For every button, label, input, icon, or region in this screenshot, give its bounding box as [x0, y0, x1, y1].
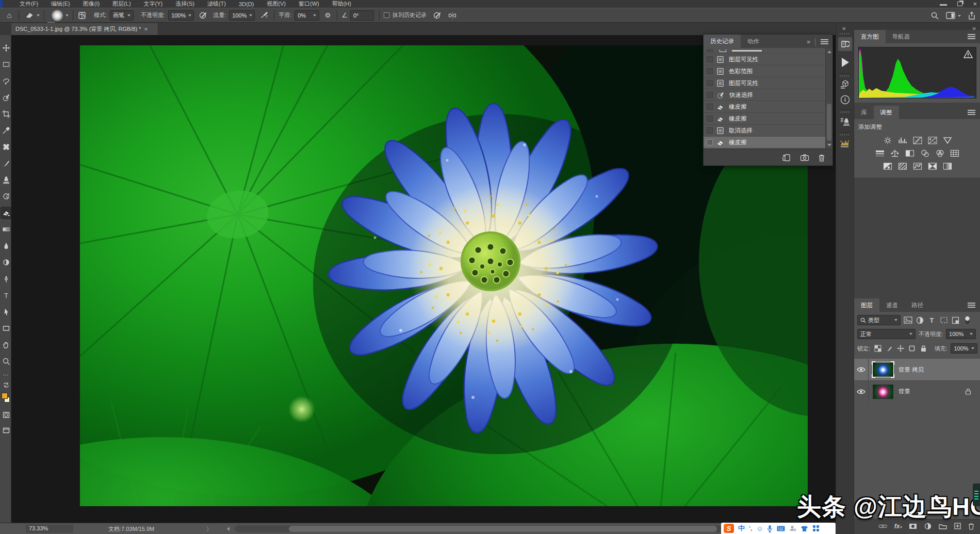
- sogou-keyboard-icon[interactable]: [777, 526, 785, 531]
- new-doc-from-state-icon[interactable]: [782, 154, 791, 162]
- history-panel-icon[interactable]: [838, 37, 852, 51]
- menu-item-help[interactable]: 帮助(H): [332, 0, 351, 8]
- blend-mode-select[interactable]: 正常: [857, 329, 916, 339]
- marquee-tool[interactable]: [1, 59, 11, 70]
- tab-channels[interactable]: 通道: [879, 298, 905, 312]
- sogou-mode-chinese[interactable]: 中: [738, 524, 745, 533]
- scrollbar-thumb[interactable]: [827, 104, 831, 141]
- filter-toggle-switch[interactable]: [963, 316, 972, 325]
- gradient-map-icon[interactable]: [927, 162, 938, 171]
- history-item[interactable]: 图层可见性: [704, 54, 825, 65]
- shape-tool[interactable]: [1, 323, 11, 334]
- layer-row-selected[interactable]: 背景 拷贝: [854, 359, 980, 380]
- history-item-selected[interactable]: 橡皮擦: [704, 137, 825, 148]
- history-item[interactable]: 取消选择: [704, 125, 825, 137]
- filter-pixel-layers-icon[interactable]: [904, 316, 912, 325]
- sogou-skin-icon[interactable]: [801, 525, 808, 532]
- tab-history[interactable]: 历史记录: [704, 35, 741, 48]
- workspace-switcher[interactable]: [946, 12, 961, 20]
- history-item[interactable]: 图层可见性: [704, 77, 825, 89]
- menu-item-window[interactable]: 窗口(W): [299, 0, 319, 8]
- add-adjustment-layer-icon[interactable]: [924, 523, 932, 530]
- layer-style-fx-icon[interactable]: fx▾: [894, 523, 902, 530]
- layers-menu-icon[interactable]: [968, 303, 975, 308]
- home-icon[interactable]: ⌂: [4, 10, 14, 21]
- lasso-tool[interactable]: [1, 75, 11, 87]
- add-mask-icon[interactable]: [909, 523, 917, 529]
- opacity-pressure-icon[interactable]: [199, 11, 208, 20]
- threshold-icon[interactable]: [912, 162, 923, 171]
- quick-selection-tool[interactable]: [1, 92, 11, 103]
- pen-tool[interactable]: [1, 273, 11, 285]
- layer-thumbnail[interactable]: [873, 362, 893, 377]
- hue-saturation-icon[interactable]: [874, 149, 886, 158]
- layer-filter-select[interactable]: 类型: [857, 315, 901, 325]
- eyedropper-tool[interactable]: [1, 125, 11, 136]
- lock-all-icon[interactable]: [920, 344, 927, 353]
- lock-pixels-icon[interactable]: [885, 344, 893, 353]
- sogou-logo[interactable]: S: [724, 524, 734, 533]
- filter-smart-objects-icon[interactable]: [951, 316, 960, 325]
- layer-thumbnail[interactable]: [873, 385, 893, 399]
- layer-row[interactable]: 背景: [854, 380, 980, 402]
- h-scrollbar-thumb[interactable]: [289, 526, 717, 532]
- eraser-tool[interactable]: [1, 207, 11, 219]
- curves-icon[interactable]: [912, 136, 923, 145]
- brightness-contrast-icon[interactable]: [882, 136, 893, 145]
- history-source-checkbox[interactable]: [707, 139, 713, 145]
- status-chevron-icon[interactable]: 〉: [206, 525, 212, 533]
- lock-artboard-icon[interactable]: [908, 344, 916, 353]
- lock-position-icon[interactable]: [897, 344, 905, 353]
- history-source-checkbox[interactable]: [707, 80, 713, 86]
- tab-adjustments[interactable]: 调整: [874, 106, 899, 119]
- restore-button[interactable]: [957, 2, 962, 6]
- history-source-checkbox[interactable]: [707, 56, 713, 62]
- history-source-checkbox[interactable]: [707, 92, 713, 98]
- flow-field[interactable]: 100%: [229, 10, 255, 21]
- photo-filter-icon[interactable]: [919, 149, 930, 158]
- channel-mixer-icon[interactable]: [934, 149, 945, 158]
- history-item[interactable]: 橡皮擦: [704, 101, 825, 113]
- tab-histogram[interactable]: 直方图: [854, 30, 886, 43]
- search-icon[interactable]: [930, 11, 939, 20]
- gradient-tool[interactable]: [1, 224, 11, 235]
- angle-field[interactable]: 0°: [350, 10, 374, 21]
- document-tab-close-icon[interactable]: ×: [144, 26, 148, 33]
- filter-type-layers-icon[interactable]: T: [927, 316, 936, 325]
- new-group-folder-icon[interactable]: [939, 523, 947, 529]
- quick-mask-icon[interactable]: [1, 409, 11, 421]
- libraries-panel-icon[interactable]: [839, 138, 851, 150]
- posterize-icon[interactable]: [897, 162, 908, 171]
- crop-tool[interactable]: [1, 108, 11, 120]
- filter-shape-layers-icon[interactable]: [939, 316, 948, 325]
- tool-preset-caret[interactable]: [37, 14, 40, 16]
- canvas-image[interactable]: [80, 45, 808, 506]
- lock-transparency-icon[interactable]: [874, 344, 881, 353]
- history-source-checkbox[interactable]: [707, 104, 713, 110]
- close-button[interactable]: ×: [973, 0, 977, 8]
- sogou-toolbox-icon[interactable]: [812, 525, 820, 532]
- healing-brush-tool[interactable]: [1, 141, 11, 153]
- sogou-mic-icon[interactable]: [767, 525, 773, 532]
- tray-indicator-icon[interactable]: [973, 483, 980, 506]
- vibrance-icon[interactable]: [942, 136, 953, 145]
- history-source-checkbox[interactable]: [707, 127, 713, 134]
- sogou-account-icon[interactable]: [789, 525, 796, 532]
- history-scrollbar[interactable]: [825, 48, 832, 149]
- history-item-partial[interactable]: [704, 48, 825, 54]
- smooth-field[interactable]: 0%: [295, 10, 319, 21]
- dodge-tool[interactable]: [1, 257, 11, 268]
- menu-item-file[interactable]: 文件(F): [20, 0, 38, 8]
- symmetry-icon[interactable]: [447, 11, 458, 20]
- layer-visibility-eye-icon[interactable]: [854, 359, 869, 380]
- clone-stamp-tool[interactable]: [1, 174, 11, 186]
- info-panel-icon[interactable]: [840, 95, 850, 105]
- blur-tool[interactable]: [1, 240, 11, 252]
- status-zoom-field[interactable]: 73.33%: [26, 525, 73, 533]
- history-brush-tool[interactable]: [1, 191, 11, 202]
- filter-adjustment-layers-icon[interactable]: [916, 316, 924, 325]
- history-item[interactable]: 色彩范围: [704, 65, 825, 77]
- panel-menu-icon[interactable]: [821, 39, 828, 44]
- screen-mode-icon[interactable]: [1, 425, 11, 436]
- mode-select[interactable]: 画笔: [110, 10, 134, 21]
